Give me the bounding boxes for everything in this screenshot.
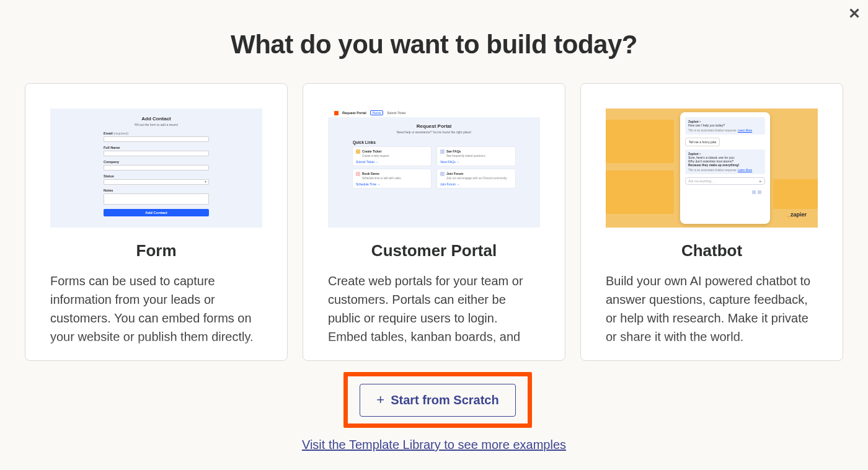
calendar-icon — [356, 172, 360, 176]
preview-label: Status — [104, 174, 209, 178]
preview-chat-input: Ask me anything... ▶ — [685, 177, 765, 185]
preview-section-heading: Quick Links — [353, 140, 540, 144]
ticket-icon — [356, 149, 360, 154]
preview-label: Notes — [104, 188, 209, 192]
card-form[interactable]: Add Contact Fill out the form to add a r… — [25, 83, 288, 361]
card-title: Form — [25, 241, 287, 260]
preview-portal: Request Portal Home Submit Ticket Reques… — [328, 109, 540, 228]
preview-quicklink-card: Book Demo Schedule time to talk with sal… — [353, 169, 431, 188]
preview-select — [104, 179, 209, 185]
start-from-scratch-button[interactable]: + Start from Scratch — [360, 384, 515, 417]
card-title: Chatbot — [581, 241, 843, 260]
preview-quicklink-card: Create Ticket Create a help request Subm… — [353, 147, 431, 166]
preview-textarea — [104, 193, 209, 205]
card-chatbot[interactable]: zapier Zapbot ▾ How can I help you today… — [580, 83, 843, 361]
preview-title: Request Portal — [328, 123, 540, 129]
start-from-scratch-label: Start from Scratch — [391, 393, 499, 407]
forum-icon — [440, 172, 445, 176]
preview-user-msg: Tell me a funny joke — [685, 138, 720, 146]
preview-subtitle: Fill out the form to add a record — [104, 123, 209, 126]
preview-form: Add Contact Fill out the form to add a r… — [50, 109, 262, 228]
logo-icon — [334, 111, 339, 115]
card-description: Forms can be used to capture information… — [50, 272, 262, 360]
preview-input — [104, 136, 209, 142]
preview-submit-button: Add Contact — [104, 209, 209, 216]
preview-quicklinks: Create Ticket Create a help request Subm… — [353, 147, 515, 188]
preview-input — [104, 151, 209, 156]
preview-quicklink-card: See FAQs See frequently asked questions … — [437, 147, 515, 166]
template-cards: Add Contact Fill out the form to add a r… — [0, 83, 868, 361]
template-library-link[interactable]: Visit the Template Library to see more e… — [302, 438, 566, 451]
preview-title: Add Contact — [104, 116, 209, 122]
close-icon[interactable]: ✕ — [846, 4, 863, 24]
zapier-logo: zapier — [787, 211, 807, 218]
preview-tab: Home — [370, 110, 383, 115]
send-icon: ▶ — [760, 179, 762, 183]
template-library-link-wrapper: Visit the Template Library to see more e… — [0, 438, 868, 452]
preview-subtitle: Need help or assistance? You've found th… — [328, 130, 540, 134]
card-title: Customer Portal — [303, 241, 565, 260]
preview-label: Company — [104, 160, 209, 164]
page-title: What do you want to build today? — [0, 30, 868, 60]
card-description: Create web portals for your team or cust… — [328, 272, 540, 360]
preview-chat-window: Zapbot ▾ How can I help you today? This … — [680, 112, 770, 224]
preview-chatbot: zapier Zapbot ▾ How can I help you today… — [606, 109, 818, 228]
highlight-box: + Start from Scratch — [343, 372, 532, 428]
preview-tab: Submit Ticket — [387, 111, 405, 115]
plus-icon: + — [376, 393, 384, 407]
card-description: Build your own AI powered chatbot to ans… — [606, 272, 818, 360]
preview-quicklink-card: Join Forum Join our and engage with our … — [437, 169, 515, 188]
refresh-icon — [758, 190, 761, 194]
preview-brand: Request Portal — [342, 111, 366, 115]
preview-label: Email (required) — [104, 131, 209, 135]
copy-icon — [752, 190, 756, 194]
faq-icon — [440, 149, 445, 154]
preview-label: Full Name — [104, 146, 209, 149]
card-customer-portal[interactable]: Request Portal Home Submit Ticket Reques… — [303, 83, 565, 361]
preview-input — [104, 165, 209, 171]
